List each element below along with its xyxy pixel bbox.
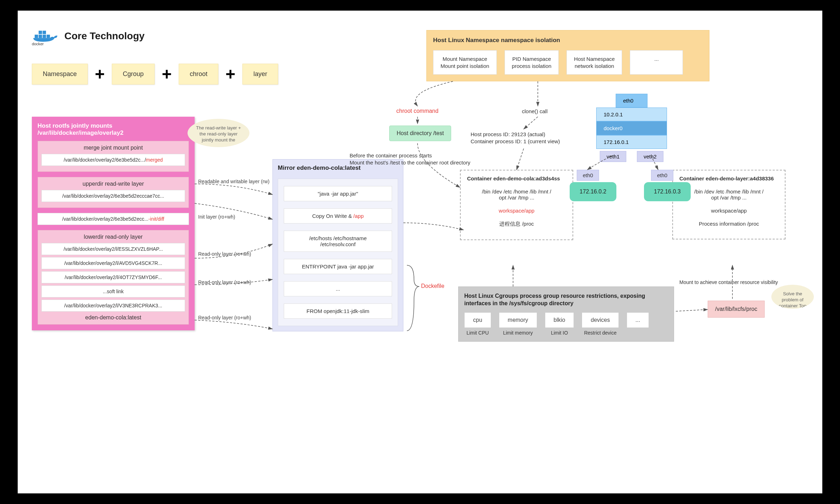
cgroup-cpu-label: Limit CPU bbox=[464, 330, 491, 336]
container-a: Container eden-demo-cola:ad3ds4ss /bin /… bbox=[460, 170, 573, 240]
mount-visibility-label: Mount to achieve container resource visi… bbox=[679, 279, 778, 285]
cgroup-memory-label: Limit memory bbox=[499, 330, 537, 336]
ns-box-net: Host Namespace network isolation bbox=[566, 50, 622, 75]
cgroup-col-cpu: cpu Limit CPU bbox=[464, 312, 491, 336]
container-a-eth: eth0 bbox=[577, 170, 599, 181]
container-b-dirs: /bin /dev /etc /home /lib /mnt / opt /va… bbox=[679, 189, 778, 201]
merge-layer: merge joint mount point /var/lib/docker/… bbox=[38, 141, 189, 172]
plus-icon: + bbox=[95, 64, 105, 84]
container-b: Container eden-demo-layer:a4d38336 /bin … bbox=[672, 170, 786, 239]
container-b-title: Container eden-demo-layer:a4d38336 bbox=[679, 175, 778, 181]
container-b-eth: eth0 bbox=[651, 170, 673, 181]
chroot-command-label: chroot command bbox=[396, 108, 438, 114]
cow-suffix: /app bbox=[353, 213, 364, 219]
cgroup-col-more: ... bbox=[627, 312, 649, 336]
layer-label-rw: Readable and writable layer (rw) bbox=[198, 179, 270, 184]
core-box-chroot: chroot bbox=[179, 64, 218, 85]
mirror-row-cow: Copy On Write & /app bbox=[284, 208, 392, 224]
cgroup-more: ... bbox=[627, 312, 649, 328]
core-box-namespace: Namespace bbox=[32, 64, 88, 85]
core-technologies-row: Namespace + Cgroup + chroot + layer bbox=[32, 64, 278, 85]
namespace-row: Mount Namespace Mount point isolation PI… bbox=[433, 50, 703, 75]
core-box-layer: layer bbox=[242, 64, 278, 85]
diagram-canvas: docker Core Technology Namespace + Cgrou… bbox=[18, 11, 822, 493]
host-ip: 10.2.0.1 bbox=[596, 108, 667, 121]
cgroup-panel: Host Linux Cgroups process group resourc… bbox=[458, 286, 674, 342]
chroot-description: Before the container process starts Moun… bbox=[350, 152, 470, 166]
docker-label: docker bbox=[32, 42, 44, 46]
pid-info: Host process ID: 29123 (actual) Containe… bbox=[471, 131, 560, 145]
container-a-workspace: workspace/app bbox=[467, 208, 566, 214]
init-path-suffix: -init/diff bbox=[148, 216, 164, 222]
init-path-prefix: /var/lib/docker/overlay2/6e3be5d2ecc... bbox=[62, 216, 149, 222]
lower-layer-title: lowerdir read-only layer bbox=[41, 234, 185, 240]
lower-path-2: /var/lib/docker/overlay2/l/4OT7ZYSMYD6F.… bbox=[41, 271, 185, 283]
svg-rect-1 bbox=[39, 35, 42, 38]
svg-rect-3 bbox=[39, 31, 42, 34]
cgroup-title: Host Linux Cgroups process group resourc… bbox=[464, 292, 668, 307]
upper-layer-title: upperdir read-write layer bbox=[41, 181, 185, 187]
mirror-panel: Mirror eden-demo-cola:latest "java -jar … bbox=[272, 159, 403, 331]
merge-layer-title: merge joint mount point bbox=[41, 145, 185, 151]
clone-call-label: clone() call bbox=[522, 108, 548, 115]
svg-rect-5 bbox=[47, 35, 50, 38]
docker0: docker0 bbox=[596, 121, 667, 135]
container-b-proc: Process information /proc bbox=[679, 221, 778, 227]
core-box-cgroup: Cgroup bbox=[112, 64, 155, 85]
svg-rect-4 bbox=[42, 31, 46, 34]
cgroup-blkio: blkio bbox=[545, 312, 574, 328]
cgroup-cpu: cpu bbox=[464, 312, 491, 328]
merge-path-suffix: merged bbox=[146, 157, 163, 163]
top-note-bubble: Solve the problem of container Top bbox=[771, 285, 814, 309]
layer-label-ro1: Read-only layer (ro+wh) bbox=[198, 251, 251, 257]
lower-tag: eden-demo-cola:latest bbox=[41, 314, 185, 321]
cow-prefix: Copy On Write & bbox=[312, 213, 353, 219]
cgroup-col-blkio: blkio Limit IO bbox=[545, 312, 574, 336]
cgroup-devices-label: Restrict device bbox=[582, 330, 619, 336]
lower-layer: lowerdir read-only layer /var/lib/docker… bbox=[38, 230, 189, 325]
docker-icon: docker bbox=[32, 25, 60, 47]
upper-path: /var/lib/docker/overlay2/6e3be5d2ecccae7… bbox=[41, 190, 185, 202]
docker0-ip: 172.16.0.1 bbox=[596, 135, 667, 149]
container-a-proc: 进程信息 /proc bbox=[467, 221, 566, 227]
cgroup-col-memory: memory Limit memory bbox=[499, 312, 537, 336]
mirror-row-entrypoint: ENTRYPOINT java -jar app.jar bbox=[284, 259, 392, 274]
dockerfile-label: Dockefile bbox=[421, 283, 444, 289]
network-stack: eth0 10.2.0.1 docker0 172.16.0.1 veth1 v… bbox=[596, 94, 667, 162]
cgroup-memory: memory bbox=[499, 312, 537, 328]
container-a-ip: 172.16.0.2 bbox=[570, 182, 616, 201]
cgroup-col-devices: devices Restrict device bbox=[582, 312, 619, 336]
lower-path-3: ...soft link bbox=[41, 285, 185, 297]
cgroup-row: cpu Limit CPU memory Limit memory blkio … bbox=[464, 312, 668, 336]
title-row: docker Core Technology bbox=[32, 25, 145, 47]
upper-layer: upperdir read-write layer /var/lib/docke… bbox=[38, 177, 189, 208]
ns-box-pid: PID Namespace process isolation bbox=[505, 50, 559, 75]
mirror-row-dots: ... bbox=[284, 281, 392, 296]
veth2: veth2 bbox=[637, 151, 663, 162]
merge-note-bubble: The read-write layer + the read-only lay… bbox=[188, 119, 249, 147]
container-b-workspace: workspace/app bbox=[679, 208, 778, 214]
merge-path: /var/lib/docker/overlay2/6e3be5d2c.../me… bbox=[41, 154, 185, 166]
lower-path-4: /var/lib/docker/overlay2/l/V3NE3RCPRAK3.… bbox=[41, 300, 185, 312]
cgroup-blkio-label: Limit IO bbox=[545, 330, 574, 336]
lower-path-1: /var/lib/docker/overlay2/l/AVD5VG4SCK7R.… bbox=[41, 257, 185, 269]
host-dir-box: Host directory /test bbox=[389, 126, 451, 141]
namespace-panel: Host Linux Namespace namespace isolation… bbox=[426, 30, 709, 81]
ns-box-mount: Mount Namespace Mount point isolation bbox=[433, 50, 497, 75]
veth1: veth1 bbox=[600, 151, 626, 162]
init-path: /var/lib/docker/overlay2/6e3be5d2ecc...-… bbox=[38, 213, 189, 225]
mirror-row-etc: /etc/hosts /etc/hostname /etc/resolv.con… bbox=[284, 231, 392, 252]
container-a-title: Container eden-demo-cola:ad3ds4ss bbox=[467, 175, 566, 181]
mirror-row-cmd: "java -jar app.jar" bbox=[284, 186, 392, 201]
layer-label-init: Init layer (ro+wh) bbox=[198, 214, 235, 220]
host-eth0: eth0 bbox=[616, 94, 648, 108]
container-b-ip: 172.16.0.3 bbox=[644, 182, 691, 201]
plus-icon: + bbox=[162, 64, 172, 84]
layer-label-ro2: Read-only layer (ro+wh) bbox=[198, 279, 251, 285]
mirror-row-from: FROM openjdk:11-jdk-slim bbox=[284, 303, 392, 319]
svg-rect-0 bbox=[35, 35, 38, 38]
namespace-panel-title: Host Linux Namespace namespace isolation bbox=[433, 37, 703, 44]
container-a-dirs: /bin /dev /etc /home /lib /mnt / opt /va… bbox=[467, 189, 566, 201]
cgroup-devices: devices bbox=[582, 312, 619, 328]
svg-rect-2 bbox=[42, 35, 46, 38]
